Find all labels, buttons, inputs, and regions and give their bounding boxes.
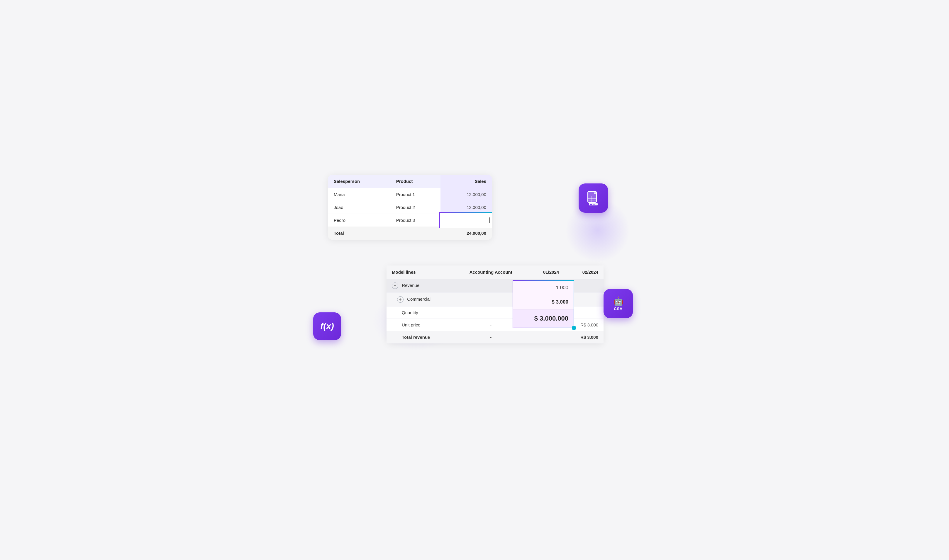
- text-cursor: [489, 217, 490, 223]
- hc-total-val: $ 3.000.000: [513, 309, 574, 328]
- highlighted-cell-container: 1.000 $ 3.000 $ 3.000.000: [512, 280, 574, 328]
- resize-handle[interactable]: [572, 326, 576, 330]
- cell-product: Product 3: [390, 214, 441, 226]
- table-row: Maria Product 1 12.000,00: [328, 188, 492, 201]
- sales-input-box[interactable]: [439, 212, 492, 228]
- col-jan: 01/2024: [528, 266, 564, 279]
- table-row: Joao Product 2 12.000,00: [328, 201, 492, 214]
- cell-sales: 12.000,00: [440, 201, 492, 214]
- formula-icon[interactable]: f(x): [313, 312, 341, 340]
- col-product: Product: [390, 175, 441, 188]
- total-label: Total: [328, 226, 390, 240]
- col-salesperson: Salesperson: [328, 175, 390, 188]
- total-revenue-row: Total revenue - R$ 3.000: [387, 331, 603, 343]
- collapse-minus-icon[interactable]: −: [392, 283, 398, 289]
- commercial-text: Commercial: [407, 296, 431, 301]
- svg-rect-8: [593, 204, 595, 205]
- spreadsheet-icon[interactable]: [579, 183, 608, 213]
- csv-face-icon: 🤖: [613, 296, 623, 306]
- spreadsheet-svg-icon: [585, 190, 601, 206]
- total-revenue-account: -: [454, 331, 528, 343]
- total-revenue-col2: R$ 3.000: [564, 331, 603, 343]
- cell-salesperson: Pedro: [328, 214, 390, 226]
- total-row: Total 24.000,00: [328, 226, 492, 240]
- collapse-plus-icon[interactable]: +: [397, 296, 404, 303]
- top-table: Salesperson Product Sales Maria Product …: [328, 175, 492, 240]
- cell-salesperson: Maria: [328, 188, 390, 201]
- total-revenue-col1: [528, 331, 564, 343]
- col-model-lines: Model lines: [387, 266, 454, 279]
- total-revenue-label: Total revenue: [387, 331, 454, 343]
- svg-rect-7: [590, 204, 592, 205]
- csv-label-text: CSV: [614, 306, 623, 311]
- total-value: 24.000,00: [440, 226, 492, 240]
- hc-price-val: $ 3.000: [513, 295, 574, 309]
- hc-quantity-val: 1.000: [513, 281, 574, 295]
- table-row: Pedro Product 3: [328, 214, 492, 226]
- col-accounting-account: Accounting Account: [454, 266, 528, 279]
- quantity-label: Quantity: [387, 306, 454, 318]
- revenue-text: Revenue: [402, 283, 420, 288]
- formula-text: f(x): [320, 321, 334, 331]
- total-empty: [390, 226, 441, 240]
- cell-product: Product 1: [390, 188, 441, 201]
- scene: Salesperson Product Sales Maria Product …: [313, 175, 636, 386]
- col-feb: 02/2024: [564, 266, 603, 279]
- cell-sales-input[interactable]: [440, 214, 492, 226]
- cell-sales: 12.000,00: [440, 188, 492, 201]
- unit-price-label: Unit price: [387, 318, 454, 331]
- cell-product: Product 2: [390, 201, 441, 214]
- csv-icon[interactable]: 🤖 CSV: [603, 289, 633, 318]
- cell-salesperson: Joao: [328, 201, 390, 214]
- highlighted-cell[interactable]: 1.000 $ 3.000 $ 3.000.000: [512, 280, 574, 328]
- col-sales: Sales: [440, 175, 492, 188]
